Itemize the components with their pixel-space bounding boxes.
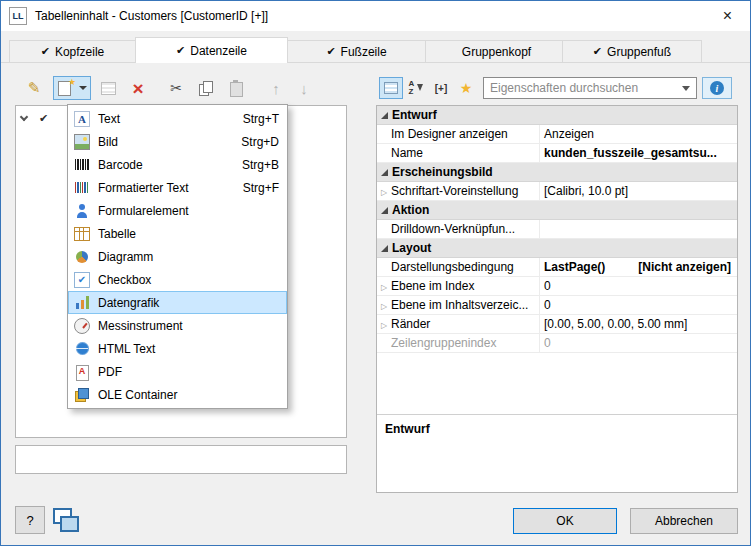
cancel-button[interactable]: Abbrechen <box>630 508 738 534</box>
insert-object-button[interactable] <box>53 76 91 100</box>
chart-icon <box>74 249 90 265</box>
property-value[interactable]: 0 <box>540 277 737 295</box>
cut-button[interactable] <box>163 76 189 100</box>
chevron-down-icon <box>79 86 87 90</box>
new-object-icon <box>57 80 75 96</box>
property-row-im-designer-anzeigen[interactable]: Im Designer anzeigen Anzeigen <box>377 125 737 144</box>
star-icon <box>460 80 473 96</box>
property-row-ebene-im-inhaltsverzeichnis[interactable]: Ebene im Inhaltsverzeic... 0 <box>377 296 737 315</box>
checkmark-icon: ✔ <box>593 45 602 58</box>
property-value[interactable]: [0.00, 5.00, 0.00, 5.00 mm] <box>540 315 737 333</box>
move-down-button[interactable] <box>291 76 317 100</box>
property-row-raender[interactable]: Ränder [0.00, 5.00, 0.00, 5.00 mm] <box>377 315 737 334</box>
table-contents-dialog: LL Tabelleninhalt - Customers [CustomerI… <box>0 0 751 546</box>
expression-brackets-icon <box>435 83 448 94</box>
tab-gruppenfuss[interactable]: ✔ Gruppenfuß <box>562 40 702 62</box>
close-button[interactable]: × <box>705 1 750 31</box>
dropdown-caret-icon[interactable] <box>682 86 690 91</box>
text-icon <box>74 111 90 127</box>
help-button[interactable]: ? <box>15 506 45 534</box>
property-grid: Entwurf Im Designer anzeigen Anzeigen Na… <box>376 105 738 493</box>
search-input[interactable] <box>484 78 696 98</box>
sort-az-button[interactable] <box>404 77 428 99</box>
category-collapse-icon <box>381 112 388 119</box>
property-row-name[interactable]: Name kunden_fusszeile_gesamtsu... <box>377 144 737 163</box>
property-search <box>483 77 697 99</box>
expand-arrow-icon[interactable] <box>377 298 391 312</box>
checkmark-icon: ✔ <box>41 45 50 58</box>
category-label: Entwurf <box>392 108 437 122</box>
property-name: Schriftart-Voreinstellung <box>377 182 540 200</box>
menu-item-datengrafik[interactable]: Datengrafik <box>68 291 287 314</box>
menu-item-diagramm[interactable]: Diagramm <box>68 245 287 268</box>
tab-datenzeile[interactable]: ✔ Datenzeile <box>135 37 288 63</box>
checkmark-icon: ✔ <box>176 44 185 57</box>
move-up-button[interactable] <box>263 76 289 100</box>
property-value[interactable]: 0 <box>540 296 737 314</box>
edit-fields-icon <box>101 82 116 95</box>
info-icon <box>710 81 724 95</box>
property-name: Name <box>377 144 540 162</box>
category-collapse-icon <box>381 245 388 252</box>
property-row-drilldown-verknuepfung[interactable]: Drilldown-Verknüpfun... <box>377 220 737 239</box>
property-toolbar <box>379 77 732 99</box>
property-value[interactable]: Anzeigen <box>540 125 737 143</box>
property-value[interactable]: kunden_fusszeile_gesamtsu... <box>540 144 737 162</box>
tab-fusszeile[interactable]: ✔ Fußzeile <box>287 40 426 62</box>
tab-kopfzeile[interactable]: ✔ Kopfzeile <box>9 40 136 62</box>
property-value[interactable] <box>540 220 737 238</box>
expand-arrow-icon[interactable] <box>377 184 391 198</box>
property-name: Im Designer anzeigen <box>377 125 540 143</box>
property-value[interactable]: LastPage()[Nicht anzeigen] <box>540 258 737 276</box>
property-row-ebene-im-index[interactable]: Ebene im Index 0 <box>377 277 737 296</box>
property-name: Ebene im Inhaltsverzeic... <box>377 296 540 314</box>
sort-arrow-icon <box>417 84 423 91</box>
edit-contents-button[interactable] <box>95 76 121 100</box>
expression-button[interactable] <box>429 77 453 99</box>
property-category-aktion[interactable]: Aktion <box>377 201 737 220</box>
copy-button[interactable] <box>193 76 219 100</box>
menu-item-pdf[interactable]: PDF <box>68 360 287 383</box>
property-row-darstellungsbedingung[interactable]: Darstellungsbedingung LastPage()[Nicht a… <box>377 258 737 277</box>
expand-arrow-icon[interactable] <box>377 317 391 331</box>
property-row-schriftart-voreinstellung[interactable]: Schriftart-Voreinstellung [Calibri, 10.0… <box>377 182 737 201</box>
expand-arrow-icon[interactable] <box>377 279 391 293</box>
menu-item-ole-container[interactable]: OLE Container <box>68 383 287 406</box>
menu-item-html-text[interactable]: HTML Text <box>68 337 287 360</box>
property-category-entwurf[interactable]: Entwurf <box>377 106 737 125</box>
view-categorized-button[interactable] <box>379 77 403 99</box>
menu-item-messinstrument[interactable]: Messinstrument <box>68 314 287 337</box>
expander-chevron-icon[interactable] <box>20 112 28 120</box>
tab-label: Datenzeile <box>190 44 247 58</box>
edit-wand-button[interactable] <box>21 76 47 100</box>
info-button[interactable] <box>702 77 732 99</box>
arrow-up-icon <box>272 80 280 97</box>
menu-item-formatierter-text[interactable]: Formatierter Text Strg+F <box>68 176 287 199</box>
paste-button[interactable] <box>223 76 249 100</box>
menu-item-tabelle[interactable]: Tabelle <box>68 222 287 245</box>
category-collapse-icon <box>381 207 388 214</box>
property-row-zeilengruppenindex[interactable]: Zeilengruppenindex 0 <box>377 334 737 353</box>
empty-line-box[interactable] <box>15 445 347 474</box>
menu-item-barcode[interactable]: Barcode Strg+B <box>68 153 287 176</box>
window-title: Tabelleninhalt - Customers [CustomerID [… <box>35 9 268 23</box>
tab-gruppenkopf[interactable]: Gruppenkopf <box>425 40 563 62</box>
delete-button[interactable] <box>125 76 151 100</box>
window-layers-icon[interactable] <box>53 508 79 532</box>
menu-item-checkbox[interactable]: Checkbox <box>68 268 287 291</box>
property-name: Darstellungsbedingung <box>377 258 540 276</box>
checkmark-icon: ✔ <box>326 45 335 58</box>
property-category-layout[interactable]: Layout <box>377 239 737 258</box>
menu-item-formularelement[interactable]: Formularelement <box>68 199 287 222</box>
menu-item-text[interactable]: Text Strg+T <box>68 107 287 130</box>
property-category-erscheinungsbild[interactable]: Erscheinungsbild <box>377 163 737 182</box>
ok-button[interactable]: OK <box>513 508 617 534</box>
delete-x-icon <box>132 79 143 98</box>
property-name: Zeilengruppenindex <box>377 334 540 352</box>
menu-item-bild[interactable]: Bild Strg+D <box>68 130 287 153</box>
row-toolbar <box>21 75 317 101</box>
line-checkmark-icon[interactable] <box>39 111 48 125</box>
favorites-button[interactable] <box>454 77 478 99</box>
property-name: Drilldown-Verknüpfun... <box>377 220 540 238</box>
property-value[interactable]: [Calibri, 10.0 pt] <box>540 182 737 200</box>
